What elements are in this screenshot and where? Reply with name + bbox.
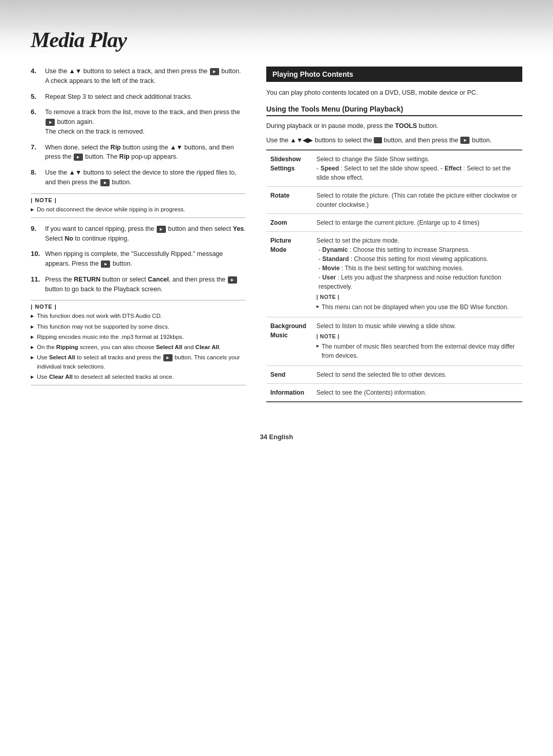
col-label-picture-mode: Picture Mode — [266, 232, 312, 317]
table-row-rotate: Rotate Select to rotate the picture. (Th… — [266, 187, 522, 214]
col-label-send: Send — [266, 365, 312, 383]
dash-item: Speed : Select to set the slide show spe… — [316, 165, 439, 172]
note-items-1: Do not disconnect the device while rippi… — [31, 205, 246, 214]
step-text-7: When done, select the Rip button using t… — [45, 143, 246, 162]
bg-music-note-label: | NOTE | — [316, 333, 518, 341]
step-num-6: 6. — [31, 107, 45, 117]
bg-music-notes: The number of music files searched from … — [316, 342, 518, 360]
step-text-10: When ripping is complete, the "Successfu… — [45, 249, 246, 269]
page-title: Media Play — [31, 28, 126, 52]
enter-button-icon-9 — [460, 137, 470, 144]
enter-button-icon-3 — [74, 154, 83, 161]
note-item: This function does not work with DTS Aud… — [31, 312, 246, 320]
page-footer: 34 English — [0, 423, 553, 456]
col-label-zoom: Zoom — [266, 214, 312, 232]
col-label-information: Information — [266, 383, 312, 402]
step-text-5: Repeat Step 3 to select and check additi… — [45, 92, 193, 102]
col-desc-slideshow: Select to change the Slide Show settings… — [312, 150, 522, 187]
col-desc-information: Select to see the (Contents) information… — [312, 383, 522, 402]
table-row-slideshow: SlideshowSettings Select to change the S… — [266, 150, 522, 187]
page-number: 34 English — [260, 433, 293, 441]
note-item: This menu can not be displayed when you … — [316, 303, 518, 312]
note-block-2: | NOTE | This function does not work wit… — [31, 300, 246, 385]
intro-text: You can play photo contents located on a… — [266, 88, 522, 98]
note-item: Use Clear All to deselect all selected t… — [31, 373, 246, 381]
section-title-bar: Playing Photo Contents — [266, 67, 522, 82]
col-desc-send: Select to send the selected file to othe… — [312, 365, 522, 383]
enter-button-icon-7 — [228, 276, 237, 284]
col-desc-zoom: Select to enlarge the current picture. (… — [312, 214, 522, 232]
step-num-5: 5. — [31, 92, 45, 102]
step-6: 6. To remove a track from the list, move… — [31, 107, 246, 136]
note-items-2: This function does not work with DTS Aud… — [31, 312, 246, 381]
col-desc-picture-mode: Select to set the picture mode. - Dynami… — [312, 232, 522, 317]
note-item: The number of music files searched from … — [316, 342, 518, 360]
enter-button-icon-4 — [100, 179, 110, 186]
right-column: Playing Photo Contents You can play phot… — [266, 67, 522, 402]
step-num-8: 8. — [31, 168, 45, 178]
step-10: 10. When ripping is complete, the "Succe… — [31, 249, 246, 269]
table-row-zoom: Zoom Select to enlarge the current pictu… — [266, 214, 522, 232]
note-item: On the Ripping screen, you can also choo… — [31, 343, 246, 352]
playback-desc-2: Use the ▲▼◀▶ buttons to select the butto… — [266, 136, 522, 145]
table-row-information: Information Select to see the (Contents)… — [266, 383, 522, 402]
step-11: 11. Press the RETURN button or select Ca… — [31, 275, 246, 294]
step-num-9: 9. — [31, 224, 45, 234]
col-desc-rotate: Select to rotate the picture. (This can … — [312, 187, 522, 214]
step-list-1: 4. Use the ▲▼ buttons to select a track,… — [31, 67, 246, 187]
arrows-updown-icon: ▲▼ — [69, 68, 82, 75]
note-item: Ripping encodes music into the .mp3 form… — [31, 333, 246, 341]
page-wrapper: Media Play 4. Use the ▲▼ buttons to sele… — [0, 0, 553, 756]
step-text-8: Use the ▲▼ buttons to select the device … — [45, 168, 246, 187]
enter-button-icon — [210, 68, 219, 75]
subsection-title: Using the Tools Menu (During Playback) — [266, 105, 522, 116]
note-label-1: | NOTE | — [31, 197, 246, 203]
step-num-10: 10. — [31, 249, 45, 259]
note-item: Use Select All to select all tracks and … — [31, 353, 246, 371]
step-text-4: Use the ▲▼ buttons to select a track, an… — [45, 67, 246, 86]
step-num-11: 11. — [31, 275, 45, 285]
picture-mode-notes: This menu can not be displayed when you … — [316, 303, 518, 312]
note-label-2: | NOTE | — [31, 304, 246, 310]
step-4: 4. Use the ▲▼ buttons to select a track,… — [31, 67, 246, 86]
col-label-slideshow: SlideshowSettings — [266, 150, 312, 187]
section-title-text: Playing Photo Contents — [272, 70, 353, 78]
col-desc-bg-music: Select to listen to music while viewing … — [312, 317, 522, 365]
note-item: This function may not be supported by so… — [31, 322, 246, 331]
picture-mode-note-label: | NOTE | — [316, 293, 518, 301]
col-label-bg-music: BackgroundMusic — [266, 317, 312, 365]
step-5: 5. Repeat Step 3 to select and check add… — [31, 92, 246, 102]
step-text-11: Press the RETURN button or select Cancel… — [45, 275, 246, 294]
step-7: 7. When done, select the Rip button usin… — [31, 143, 246, 162]
table-row-bg-music: BackgroundMusic Select to listen to musi… — [266, 317, 522, 365]
tools-table: SlideshowSettings Select to change the S… — [266, 149, 522, 402]
header-bar: Media Play — [0, 0, 553, 56]
step-text-9: If you want to cancel ripping, press the… — [45, 224, 246, 244]
step-8: 8. Use the ▲▼ buttons to select the devi… — [31, 168, 246, 187]
playback-desc-1: During playback or in pause mode, press … — [266, 121, 522, 131]
table-row-send: Send Select to send the selected file to… — [266, 365, 522, 383]
enter-button-icon-2 — [46, 119, 55, 126]
step-num-4: 4. — [31, 67, 45, 76]
note-block-1: | NOTE | Do not disconnect the device wh… — [31, 193, 246, 218]
step-num-7: 7. — [31, 143, 45, 153]
col-label-rotate: Rotate — [266, 187, 312, 214]
step-9: 9. If you want to cancel ripping, press … — [31, 224, 246, 244]
enter-button-icon-5 — [157, 226, 166, 233]
enter-button-icon-8 — [163, 354, 173, 361]
left-column: 4. Use the ▲▼ buttons to select a track,… — [31, 67, 246, 402]
step-list-2: 9. If you want to cancel ripping, press … — [31, 224, 246, 294]
table-row-picture-mode: Picture Mode Select to set the picture m… — [266, 232, 522, 317]
enter-button-icon-6 — [101, 261, 110, 268]
note-item: Do not disconnect the device while rippi… — [31, 205, 246, 214]
content-area: 4. Use the ▲▼ buttons to select a track,… — [0, 56, 553, 423]
step-text-6: To remove a track from the list, move to… — [45, 107, 246, 136]
